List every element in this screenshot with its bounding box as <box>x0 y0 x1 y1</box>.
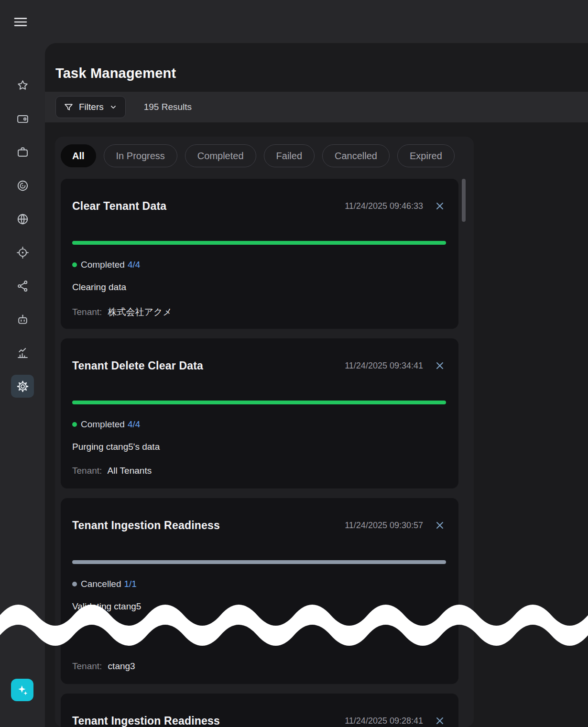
sidebar-item-favorites[interactable] <box>11 74 34 97</box>
brain-icon <box>16 213 29 226</box>
tab-cancelled[interactable]: Cancelled <box>322 144 390 167</box>
task-title: Clear Tenant Data <box>72 200 345 213</box>
hidden-torn-content <box>72 625 446 661</box>
sparkles-icon <box>16 684 29 697</box>
task-title: Tenant Delete Clear Data <box>72 359 345 372</box>
task-card: Tenant Ingestion Readiness 11/24/2025 09… <box>61 694 458 727</box>
task-timestamp: 11/24/2025 09:46:33 <box>345 201 423 211</box>
gear-icon <box>16 380 29 393</box>
progress-count: 1/1 <box>124 579 137 589</box>
tenant-label: Tenant: <box>72 466 102 476</box>
tab-in-progress[interactable]: In Progress <box>104 144 177 167</box>
status-label: Completed <box>81 419 125 430</box>
wallet-icon <box>16 112 29 125</box>
menu-icon <box>13 14 28 30</box>
sidebar-item-connections[interactable] <box>11 274 34 297</box>
status-row: Completed 4/4 <box>72 259 446 271</box>
sidebar-item-settings[interactable] <box>11 375 34 398</box>
filter-bar: Filters 195 Results <box>45 92 588 122</box>
spiral-icon <box>16 179 29 192</box>
sidebar-item-models[interactable] <box>11 207 34 230</box>
task-description: Clearing data <box>72 282 446 293</box>
close-icon[interactable] <box>434 359 446 372</box>
task-card-list: Clear Tenant Data 11/24/2025 09:46:33 Co… <box>61 179 458 727</box>
status-tabs: All In Progress Completed Failed Cancell… <box>61 144 467 167</box>
sidebar-nav <box>0 74 45 398</box>
close-icon[interactable] <box>434 519 446 532</box>
tenant-label: Tenant: <box>72 661 102 671</box>
tab-completed[interactable]: Completed <box>185 144 256 167</box>
star-icon <box>16 79 29 92</box>
task-description: Purging ctang5's data <box>72 442 446 453</box>
sidebar-item-targeting[interactable] <box>11 241 34 264</box>
tenant-value: ctang3 <box>108 661 135 671</box>
task-card: Tenant Delete Clear Data 11/24/2025 09:3… <box>61 338 458 488</box>
task-timestamp: 11/24/2025 09:28:41 <box>345 716 423 726</box>
sidebar <box>0 0 45 727</box>
main-panel: Task Management Filters 195 Results All … <box>45 43 588 727</box>
tenant-row: Tenant: ctang3 <box>72 661 446 673</box>
status-row: Cancelled 1/1 <box>72 578 446 590</box>
sidebar-item-workspace[interactable] <box>11 141 34 163</box>
progress-bar <box>72 241 446 245</box>
tab-expired[interactable]: Expired <box>397 144 455 167</box>
task-timestamp: 11/24/2025 09:34:41 <box>345 361 423 371</box>
progress-bar <box>72 401 446 404</box>
task-title: Tenant Ingestion Readiness <box>72 519 345 532</box>
status-dot <box>72 422 77 427</box>
status-row: Completed 4/4 <box>72 419 446 430</box>
ai-assistant-button[interactable] <box>11 679 33 701</box>
progress-bar <box>72 560 446 564</box>
results-count: 195 Results <box>144 102 192 112</box>
sidebar-item-analytics[interactable] <box>11 341 34 364</box>
task-timestamp: 11/24/2025 09:30:57 <box>345 521 423 531</box>
chart-icon <box>16 347 29 359</box>
tab-all[interactable]: All <box>61 144 96 167</box>
status-label: Completed <box>81 260 125 270</box>
sidebar-item-payments[interactable] <box>11 107 34 130</box>
progress-count: 4/4 <box>128 419 140 430</box>
close-icon[interactable] <box>434 715 446 727</box>
scrollbar-thumb[interactable] <box>462 179 466 222</box>
task-card: Tenant Ingestion Readiness 11/24/2025 09… <box>61 498 458 684</box>
tenant-label: Tenant: <box>72 307 102 317</box>
progress-count: 4/4 <box>128 260 140 270</box>
status-dot <box>72 262 77 267</box>
task-card: Clear Tenant Data 11/24/2025 09:46:33 Co… <box>61 179 458 329</box>
menu-button[interactable] <box>12 13 29 31</box>
crosshair-icon <box>16 246 29 259</box>
close-icon[interactable] <box>434 200 446 212</box>
briefcase-icon <box>16 146 29 159</box>
tab-failed[interactable]: Failed <box>264 144 315 167</box>
filters-button[interactable]: Filters <box>55 96 126 118</box>
page-title: Task Management <box>45 43 588 81</box>
task-description: Validating ctang5 <box>72 601 446 613</box>
task-list-panel: All In Progress Completed Failed Cancell… <box>55 137 474 727</box>
sidebar-item-data[interactable] <box>11 174 34 197</box>
robot-icon <box>16 313 29 326</box>
task-title: Tenant Ingestion Readiness <box>72 715 345 727</box>
tenant-value: 株式会社アクメ <box>108 307 172 317</box>
sidebar-item-automation[interactable] <box>11 308 34 331</box>
tenant-row: Tenant: 株式会社アクメ <box>72 306 446 317</box>
chevron-down-icon <box>109 103 118 111</box>
status-label: Cancelled <box>81 579 121 589</box>
status-dot <box>72 582 77 586</box>
tenant-row: Tenant: All Tenants <box>72 466 446 477</box>
tenant-value: All Tenants <box>108 466 152 476</box>
filters-label: Filters <box>79 102 104 112</box>
network-icon <box>16 280 29 293</box>
filter-icon <box>64 102 74 112</box>
